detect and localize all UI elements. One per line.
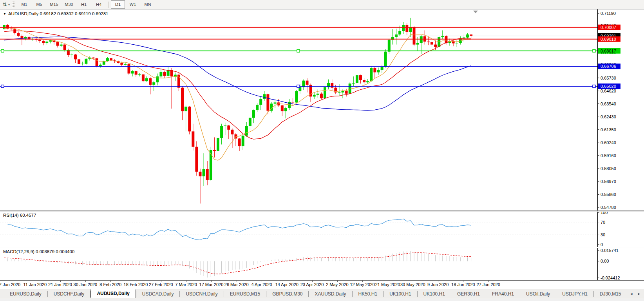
svg-text:0.64620: 0.64620 xyxy=(601,89,616,93)
chart-tabs-bar: EURUSD,DailyUSDCHF,DailyAUDUSD,DailyUSDC… xyxy=(0,289,644,299)
timeframe-button-h1[interactable]: H1 xyxy=(77,0,91,9)
svg-text:0.015741: 0.015741 xyxy=(601,248,619,253)
time-axis-label: 18 Jun 2020 xyxy=(451,282,475,287)
tab-fra40-h1[interactable]: FRA40,H1 xyxy=(486,290,520,298)
time-axis-label: 21 Jan 2020 xyxy=(48,282,72,287)
svg-text:0.65020: 0.65020 xyxy=(601,84,616,89)
svg-text:0.66706: 0.66706 xyxy=(601,64,616,69)
svg-text:-0.024412: -0.024412 xyxy=(601,276,620,280)
time-axis-label: 4 Apr 2020 xyxy=(251,282,272,287)
status-strip xyxy=(0,299,644,301)
toolbar-separator xyxy=(108,2,109,8)
time-axis-label: 2 May 2020 xyxy=(326,282,348,287)
arrows-icon[interactable]: ⇅ xyxy=(1,1,8,8)
time-axis-label: 2 Jan 2020 xyxy=(0,282,20,287)
time-axis-label: 7 Mar 2020 xyxy=(175,282,197,287)
chart-title: ▼AUDUSD,Daily 0.69182 0.69302 0.69119 0.… xyxy=(3,11,108,16)
time-axis-label: 8 Feb 2020 xyxy=(99,282,121,287)
tab-usdchf-daily[interactable]: USDCHF,Daily xyxy=(48,290,90,298)
timeframe-button-d1[interactable]: D1 xyxy=(111,0,125,9)
svg-text:70: 70 xyxy=(601,220,605,225)
time-axis-label: 30 Jan 2020 xyxy=(74,282,98,287)
timeframe-toolbar: ⇅ ▾ M1M5M15M30H1H4D1W1MN xyxy=(0,0,644,9)
tab-uk100-h1[interactable]: UK100,H1 xyxy=(384,290,417,298)
time-axis-label: 18 Feb 2020 xyxy=(124,282,148,287)
tab-hk50-h1[interactable]: HK50,H1 xyxy=(353,290,384,298)
svg-text:0.65730: 0.65730 xyxy=(601,76,616,80)
tab-scroll-left-icon[interactable]: ◂ xyxy=(630,291,633,296)
time-axis-label: 26 Mar 2020 xyxy=(224,282,249,287)
chart-symbol-period: AUDUSD,Daily xyxy=(8,11,38,16)
tab-usdcnh-daily[interactable]: USDCNH,Daily xyxy=(180,290,223,298)
time-axis-label: 21 May 2020 xyxy=(375,282,400,287)
rsi-value: 60.4577 xyxy=(20,213,36,218)
collapse-triangle-icon[interactable]: ▼ xyxy=(3,12,6,16)
svg-text:0.63540: 0.63540 xyxy=(601,102,616,106)
svg-text:30: 30 xyxy=(601,232,605,237)
time-axis-label: 27 Jun 2020 xyxy=(476,282,500,287)
svg-text:0.59160: 0.59160 xyxy=(601,153,616,158)
tab-scroll-right-icon[interactable]: ▸ xyxy=(638,291,640,296)
svg-text:0.00: 0.00 xyxy=(601,259,609,263)
time-axis-label: 23 Apr 2020 xyxy=(300,282,324,287)
timeframe-button-mn[interactable]: MN xyxy=(141,0,155,9)
tab-eurusd-daily[interactable]: EURUSD,Daily xyxy=(4,290,47,298)
svg-text:0.61350: 0.61350 xyxy=(601,127,616,132)
svg-text:100: 100 xyxy=(601,212,608,215)
tab-ger30-h1[interactable]: GER30,H1 xyxy=(451,290,486,298)
chart-ohlc-values: 0.69182 0.69302 0.69119 0.69281 xyxy=(40,11,108,16)
svg-text:0.56970: 0.56970 xyxy=(601,179,616,184)
timeframe-button-m15[interactable]: M15 xyxy=(47,0,61,9)
tab-gbpusd-m30[interactable]: GBPUSD,M30 xyxy=(266,290,308,298)
svg-text:0: 0 xyxy=(601,242,603,247)
toolbar-grip xyxy=(12,2,14,8)
timeframe-button-m5[interactable]: M5 xyxy=(32,0,46,9)
timeframe-button-h4[interactable]: H4 xyxy=(92,0,106,9)
svg-text:0.55860: 0.55860 xyxy=(601,192,616,197)
trading-platform-window: ⇅ ▾ M1M5M15M30H1H4D1W1MN 0.711900.701400… xyxy=(0,0,644,301)
tab-usdcad-daily[interactable]: USDCAD,Daily xyxy=(136,290,180,298)
tab-usdjpy-h1[interactable]: USDJPY,H1 xyxy=(556,290,593,298)
main-price-chart[interactable]: 0.711900.701400.690300.679200.668400.657… xyxy=(0,9,644,210)
tab-dj30-m15[interactable]: DJ30,M15 xyxy=(594,290,627,298)
macd-indicator-label: MACD(12,26,9) 0.003879 0.004400 xyxy=(3,249,74,254)
macd-panel[interactable]: 0.0157410.00-0.024412 xyxy=(0,248,644,280)
svg-text:0.62430: 0.62430 xyxy=(601,114,616,119)
time-axis[interactable]: 2 Jan 202011 Jan 202021 Jan 202030 Jan 2… xyxy=(0,280,644,289)
tab-xauusd-daily[interactable]: XAUUSD,Daily xyxy=(309,290,352,298)
timeframe-button-m30[interactable]: M30 xyxy=(62,0,76,9)
timeframe-button-m1[interactable]: M1 xyxy=(17,0,31,9)
chevron-down-icon[interactable]: ▾ xyxy=(8,3,10,6)
svg-text:0.68017: 0.68017 xyxy=(601,49,616,53)
svg-text:0.58050: 0.58050 xyxy=(601,166,616,171)
time-axis-label: 11 Jan 2020 xyxy=(23,282,47,287)
macd-values: 0.003879 0.004400 xyxy=(36,249,74,254)
rsi-panel[interactable]: 10070300 xyxy=(0,212,644,247)
svg-text:0.54780: 0.54780 xyxy=(601,205,616,210)
timeframe-button-w1[interactable]: W1 xyxy=(126,0,140,9)
time-axis-label: 30 May 2020 xyxy=(400,282,425,287)
svg-text:0.69010: 0.69010 xyxy=(601,37,616,42)
tab-scroll-arrows: ◂▸ xyxy=(625,291,640,296)
tab-uk100-h1[interactable]: UK100,H1 xyxy=(418,290,451,298)
time-axis-label: 27 Feb 2020 xyxy=(149,282,173,287)
tab-usoil-daily[interactable]: USOil,Daily xyxy=(520,290,556,298)
svg-text:0.60240: 0.60240 xyxy=(601,140,616,145)
rsi-indicator-label: RSI(14) 60.4577 xyxy=(3,213,36,218)
time-axis-label: 14 Apr 2020 xyxy=(275,282,298,287)
tab-audusd-daily[interactable]: AUDUSD,Daily xyxy=(90,289,136,298)
chart-window: 0.711900.701400.690300.679200.668400.657… xyxy=(0,9,644,289)
time-axis-label: 17 Mar 2020 xyxy=(199,282,224,287)
time-axis-label: 12 May 2020 xyxy=(350,282,375,287)
svg-text:0.71190: 0.71190 xyxy=(601,11,616,16)
svg-text:0.70007: 0.70007 xyxy=(601,25,616,30)
tab-eurusd-m15[interactable]: EURUSD,M15 xyxy=(224,290,266,298)
time-axis-label: 9 Jun 2020 xyxy=(427,282,449,287)
